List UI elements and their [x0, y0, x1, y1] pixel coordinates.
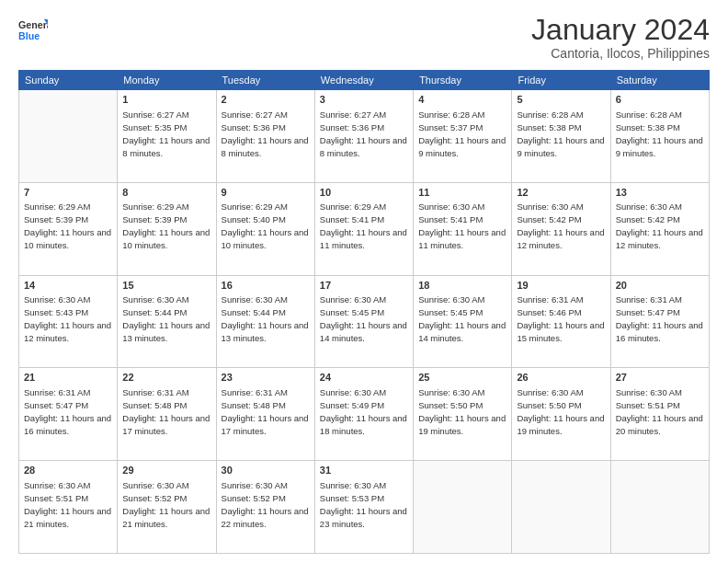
page: General Blue January 2024 Cantoria, Iloc…: [0, 0, 728, 563]
day-detail: Sunrise: 6:30 AMSunset: 5:45 PMDaylight:…: [418, 294, 506, 343]
day-detail: Sunrise: 6:29 AMSunset: 5:41 PMDaylight:…: [320, 201, 407, 250]
calendar-cell: [19, 90, 118, 183]
calendar-cell: [512, 461, 610, 554]
day-number: 15: [122, 279, 210, 293]
calendar-cell: 27 Sunrise: 6:30 AMSunset: 5:51 PMDaylig…: [610, 368, 709, 461]
day-detail: Sunrise: 6:31 AMSunset: 5:48 PMDaylight:…: [122, 387, 210, 436]
day-detail: Sunrise: 6:28 AMSunset: 5:37 PMDaylight:…: [418, 109, 506, 158]
day-number: 3: [320, 93, 408, 107]
calendar-cell: 20 Sunrise: 6:31 AMSunset: 5:47 PMDaylig…: [610, 275, 709, 368]
day-number: 27: [616, 371, 704, 385]
calendar-cell: 25 Sunrise: 6:30 AMSunset: 5:50 PMDaylig…: [414, 368, 512, 461]
day-number: 13: [616, 186, 704, 200]
calendar-cell: 22 Sunrise: 6:31 AMSunset: 5:48 PMDaylig…: [118, 368, 216, 461]
svg-text:Blue: Blue: [18, 30, 40, 41]
calendar-cell: 15 Sunrise: 6:30 AMSunset: 5:44 PMDaylig…: [118, 275, 216, 368]
day-detail: Sunrise: 6:29 AMSunset: 5:39 PMDaylight:…: [122, 201, 210, 250]
day-number: 17: [320, 279, 408, 293]
calendar-cell: 23 Sunrise: 6:31 AMSunset: 5:48 PMDaylig…: [216, 368, 314, 461]
day-number: 14: [24, 279, 112, 293]
day-number: 31: [320, 464, 408, 477]
calendar-cell: 28 Sunrise: 6:30 AMSunset: 5:51 PMDaylig…: [19, 461, 118, 554]
day-detail: Sunrise: 6:30 AMSunset: 5:41 PMDaylight:…: [418, 201, 506, 250]
day-number: 2: [222, 93, 310, 107]
calendar-cell: 4 Sunrise: 6:28 AMSunset: 5:37 PMDayligh…: [414, 90, 512, 183]
day-detail: Sunrise: 6:30 AMSunset: 5:50 PMDaylight:…: [418, 387, 506, 436]
day-detail: Sunrise: 6:30 AMSunset: 5:52 PMDaylight:…: [222, 480, 309, 529]
day-detail: Sunrise: 6:30 AMSunset: 5:53 PMDaylight:…: [320, 480, 407, 529]
day-detail: Sunrise: 6:29 AMSunset: 5:39 PMDaylight:…: [24, 201, 111, 250]
calendar-header-wednesday: Wednesday: [314, 71, 413, 90]
day-number: 22: [122, 371, 210, 385]
calendar-cell: 6 Sunrise: 6:28 AMSunset: 5:38 PMDayligh…: [610, 90, 709, 183]
calendar-cell: 1 Sunrise: 6:27 AMSunset: 5:35 PMDayligh…: [118, 90, 216, 183]
calendar-cell: [414, 461, 512, 554]
day-number: 23: [222, 371, 310, 385]
day-number: 4: [418, 93, 506, 107]
day-number: 24: [320, 371, 408, 385]
day-number: 26: [517, 371, 605, 385]
day-detail: Sunrise: 6:30 AMSunset: 5:44 PMDaylight:…: [122, 294, 210, 343]
day-number: 7: [24, 186, 112, 200]
day-number: 10: [320, 186, 408, 200]
calendar-header-saturday: Saturday: [610, 71, 709, 90]
day-number: 20: [616, 279, 704, 293]
calendar-header-tuesday: Tuesday: [216, 71, 314, 90]
day-detail: Sunrise: 6:27 AMSunset: 5:35 PMDaylight:…: [122, 109, 210, 158]
calendar-header-monday: Monday: [118, 71, 216, 90]
day-detail: Sunrise: 6:30 AMSunset: 5:50 PMDaylight:…: [517, 387, 604, 436]
day-number: 8: [122, 186, 210, 200]
calendar-cell: 14 Sunrise: 6:30 AMSunset: 5:43 PMDaylig…: [19, 275, 118, 368]
title-block: January 2024 Cantoria, Ilocos, Philippin…: [531, 14, 710, 61]
day-detail: Sunrise: 6:30 AMSunset: 5:49 PMDaylight:…: [320, 387, 407, 436]
day-detail: Sunrise: 6:30 AMSunset: 5:44 PMDaylight:…: [222, 294, 309, 343]
day-number: 16: [222, 279, 310, 293]
day-number: 19: [517, 279, 605, 293]
day-detail: Sunrise: 6:31 AMSunset: 5:47 PMDaylight:…: [616, 294, 703, 343]
calendar-cell: 7 Sunrise: 6:29 AMSunset: 5:39 PMDayligh…: [19, 182, 118, 275]
day-detail: Sunrise: 6:30 AMSunset: 5:51 PMDaylight:…: [24, 480, 111, 529]
calendar-cell: 19 Sunrise: 6:31 AMSunset: 5:46 PMDaylig…: [512, 275, 610, 368]
calendar-cell: 12 Sunrise: 6:30 AMSunset: 5:42 PMDaylig…: [512, 182, 610, 275]
day-number: 21: [24, 371, 112, 385]
calendar-cell: 3 Sunrise: 6:27 AMSunset: 5:36 PMDayligh…: [314, 90, 413, 183]
calendar-cell: 21 Sunrise: 6:31 AMSunset: 5:47 PMDaylig…: [19, 368, 118, 461]
logo-svg: General Blue: [18, 14, 48, 47]
day-number: 25: [418, 371, 506, 385]
calendar-cell: 10 Sunrise: 6:29 AMSunset: 5:41 PMDaylig…: [314, 182, 413, 275]
calendar-cell: 24 Sunrise: 6:30 AMSunset: 5:49 PMDaylig…: [314, 368, 413, 461]
day-number: 9: [222, 186, 310, 200]
calendar-cell: 5 Sunrise: 6:28 AMSunset: 5:38 PMDayligh…: [512, 90, 610, 183]
day-detail: Sunrise: 6:27 AMSunset: 5:36 PMDaylight:…: [222, 109, 309, 158]
calendar-cell: 30 Sunrise: 6:30 AMSunset: 5:52 PMDaylig…: [216, 461, 314, 554]
calendar-cell: 31 Sunrise: 6:30 AMSunset: 5:53 PMDaylig…: [314, 461, 413, 554]
day-detail: Sunrise: 6:30 AMSunset: 5:42 PMDaylight:…: [517, 201, 604, 250]
day-detail: Sunrise: 6:30 AMSunset: 5:52 PMDaylight:…: [122, 480, 210, 529]
day-number: 11: [418, 186, 506, 200]
logo: General Blue: [18, 14, 48, 47]
day-number: 5: [517, 93, 605, 107]
calendar-header-friday: Friday: [512, 71, 610, 90]
calendar-cell: 11 Sunrise: 6:30 AMSunset: 5:41 PMDaylig…: [414, 182, 512, 275]
day-detail: Sunrise: 6:28 AMSunset: 5:38 PMDaylight:…: [616, 109, 703, 158]
calendar-cell: 16 Sunrise: 6:30 AMSunset: 5:44 PMDaylig…: [216, 275, 314, 368]
day-detail: Sunrise: 6:30 AMSunset: 5:45 PMDaylight:…: [320, 294, 407, 343]
calendar-header-thursday: Thursday: [414, 71, 512, 90]
day-detail: Sunrise: 6:31 AMSunset: 5:46 PMDaylight:…: [517, 294, 604, 343]
day-number: 12: [517, 186, 605, 200]
calendar-cell: 17 Sunrise: 6:30 AMSunset: 5:45 PMDaylig…: [314, 275, 413, 368]
day-detail: Sunrise: 6:30 AMSunset: 5:43 PMDaylight:…: [24, 294, 111, 343]
main-title: January 2024: [531, 14, 710, 46]
day-detail: Sunrise: 6:31 AMSunset: 5:47 PMDaylight:…: [24, 387, 111, 436]
day-number: 29: [122, 464, 210, 477]
calendar-cell: 18 Sunrise: 6:30 AMSunset: 5:45 PMDaylig…: [414, 275, 512, 368]
day-number: 1: [122, 93, 210, 107]
day-detail: Sunrise: 6:28 AMSunset: 5:38 PMDaylight:…: [517, 109, 604, 158]
calendar-header-sunday: Sunday: [19, 71, 118, 90]
day-number: 6: [616, 93, 704, 107]
day-detail: Sunrise: 6:30 AMSunset: 5:51 PMDaylight:…: [616, 387, 703, 436]
calendar-cell: 26 Sunrise: 6:30 AMSunset: 5:50 PMDaylig…: [512, 368, 610, 461]
day-detail: Sunrise: 6:31 AMSunset: 5:48 PMDaylight:…: [222, 387, 309, 436]
calendar-table: SundayMondayTuesdayWednesdayThursdayFrid…: [18, 70, 710, 554]
calendar-cell: 9 Sunrise: 6:29 AMSunset: 5:40 PMDayligh…: [216, 182, 314, 275]
